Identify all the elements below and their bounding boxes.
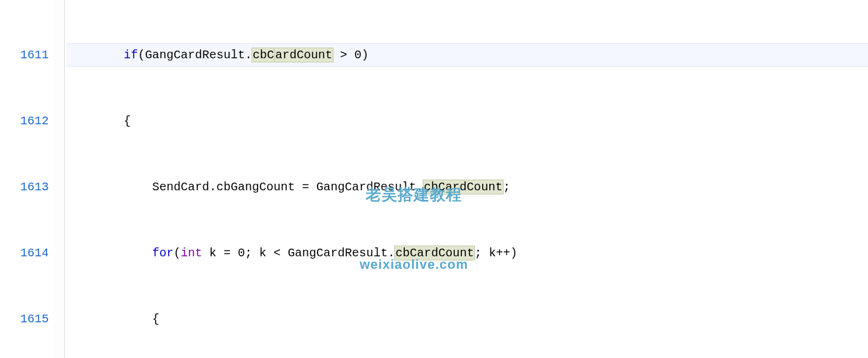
line-number: 1613 xyxy=(0,176,49,198)
line-number: 1611 xyxy=(0,44,49,66)
search-highlight: cbCardCount xyxy=(423,180,504,194)
code-line[interactable]: { xyxy=(67,110,868,132)
type-int: int xyxy=(181,246,202,260)
code-line[interactable]: for(int k = 0; k < GangCardResult.cbCard… xyxy=(67,242,868,264)
code-editor[interactable]: 1611 1612 1613 1614 1615 1616 1617 1618 … xyxy=(0,0,868,198)
search-highlight: cbC xyxy=(251,48,275,62)
fold-margin[interactable] xyxy=(54,0,65,358)
keyword-for: for xyxy=(152,246,174,260)
search-highlight: ardCount xyxy=(274,48,334,62)
code-line[interactable]: { xyxy=(67,308,868,330)
line-number-gutter: 1611 1612 1613 1614 1615 1616 1617 1618 … xyxy=(0,0,54,358)
line-number: 1612 xyxy=(0,110,49,132)
line-number: 1614 xyxy=(0,242,49,264)
line-number: 1615 xyxy=(0,308,49,330)
code-line[interactable]: if(GangCardResult.cbCardCount > 0) xyxy=(67,43,868,67)
keyword-if: if xyxy=(124,48,138,62)
code-line[interactable]: SendCard.cbGangCount = GangCardResult.cb… xyxy=(67,176,868,198)
search-highlight: cbCardCount xyxy=(394,246,475,260)
code-area[interactable]: if(GangCardResult.cbCardCount > 0) { Sen… xyxy=(67,0,868,358)
